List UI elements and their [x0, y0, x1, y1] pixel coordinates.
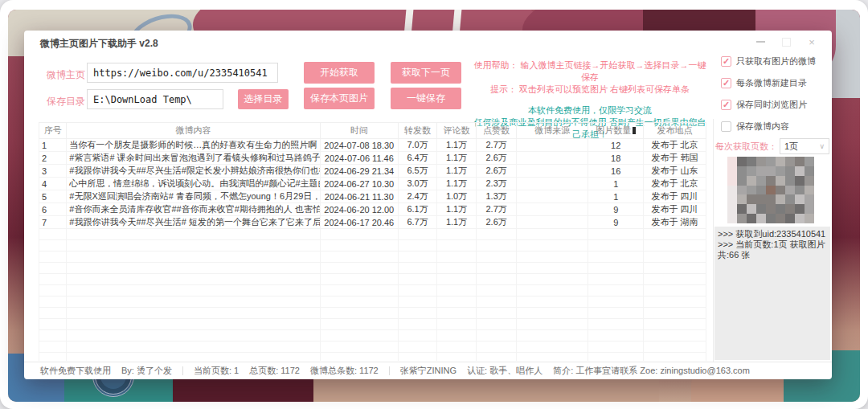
table-cell-empty — [588, 240, 644, 252]
table-cell-empty — [517, 342, 588, 353]
maximize-icon[interactable] — [779, 35, 793, 48]
table-cell-empty — [517, 252, 588, 263]
table-cell-empty — [588, 229, 644, 240]
table-cell-empty — [67, 263, 320, 274]
weibo-table: 序号微博内容时间转发数评论数点赞数微博来源图片数量发布地点 1当你有一个朋友是摄… — [39, 122, 706, 361]
checkbox-option-1[interactable]: 每条微博新建目录 — [721, 72, 830, 94]
table-cell-empty — [39, 353, 67, 362]
table-row[interactable]: 4心中所思，情意绵绵，诉说顷刻心动。由我演唱的#颜心记#主题曲/插曲《…2024… — [39, 178, 706, 190]
column-header-5[interactable]: 点赞数 — [476, 123, 517, 139]
table-row[interactable]: 6#音你而来全员清库存收官##音你而来收官#期待拥抱的人 也害怕分离 所…202… — [39, 203, 706, 216]
table-cell: 1.3万 — [476, 190, 517, 203]
table-cell: 2024-06-27 10.30 — [320, 178, 398, 190]
table-cell: 2.7万 — [476, 203, 517, 216]
close-icon[interactable]: × — [805, 35, 819, 48]
thumbnail-pixel — [756, 214, 766, 223]
table-cell-empty — [398, 297, 437, 308]
statusbar-separator — [182, 366, 183, 375]
thumbnail-pixel — [766, 214, 776, 223]
weibo-home-input[interactable] — [87, 63, 278, 83]
table-cell-empty — [320, 229, 398, 240]
column-header-8[interactable]: 发布地点 — [644, 123, 706, 139]
table-cell-empty — [517, 285, 588, 297]
table-row[interactable]: 5#无限X巡回演唱会济南站# 青春同频，不燃怎young！6月29日，来济南跟…… — [39, 190, 706, 203]
table-row[interactable]: 1当你有一个朋友是摄影师的时候…真的好喜欢有生命力的照片啊！#夏日青…2024-… — [39, 139, 706, 152]
column-header-0[interactable]: 序号 — [39, 123, 67, 139]
minimize-icon[interactable] — [753, 35, 768, 48]
checkbox-unchecked-icon[interactable] — [721, 121, 731, 132]
table-cell-empty — [67, 342, 320, 353]
table-cell: 1.1万 — [437, 216, 477, 229]
column-header-2[interactable]: 时间 — [320, 123, 398, 139]
table-cell: #无限X巡回演唱会济南站# 青春同频，不燃怎young！6月29日，来济南跟… — [67, 190, 320, 203]
fetch-next-page-button[interactable]: 获取下一页 — [391, 62, 461, 84]
column-header-3[interactable]: 转发数 — [398, 123, 437, 139]
thumbnail-pixel — [776, 204, 785, 214]
thumbnail-pixel — [737, 186, 747, 195]
log-line: >>> 当前页数:1页 获取图片共:66 张 — [718, 239, 827, 260]
table-row[interactable]: 7#我跟你讲我今天##尽兴生活# 短发的第一个舞台它来了它来了后脖很凉快…202… — [39, 216, 706, 229]
thumbnail-pixel — [805, 157, 814, 166]
table-cell-empty — [588, 252, 644, 263]
table-cell-empty — [644, 319, 706, 330]
thumbnail-pixel — [737, 176, 747, 186]
thumbnail-pixel — [737, 194, 747, 204]
table-row[interactable]: 3#我跟你讲我今天##尽兴生活#限定长发小辫姑娘济南很热你们也很热情！…2024… — [39, 165, 706, 178]
table-cell-empty — [644, 297, 706, 308]
table-cell-empty — [437, 308, 477, 319]
table-cell-empty — [644, 308, 706, 319]
table-row-empty — [39, 319, 706, 330]
column-header-7[interactable]: 图片数量 — [588, 123, 644, 139]
thumbnail-pixel — [795, 157, 805, 166]
one-key-save-button[interactable]: 一键保存 — [391, 88, 461, 109]
thumbnail-pixel — [785, 204, 795, 214]
table-cell-empty — [39, 319, 67, 330]
table-cell-empty — [588, 342, 644, 353]
column-header-6[interactable]: 微博来源 — [517, 123, 588, 139]
save-dir-input[interactable] — [87, 89, 223, 109]
table-cell: 1.1万 — [437, 139, 477, 152]
save-page-images-button[interactable]: 保存本页图片 — [304, 88, 375, 109]
table-cell: 9 — [588, 203, 644, 216]
checkbox-checked-icon[interactable] — [721, 100, 731, 110]
thumbnail-pixel — [795, 176, 805, 186]
table-cell-empty — [320, 342, 398, 353]
checkbox-option-2[interactable]: 保存同时浏览图片 — [721, 94, 830, 116]
table-cell: 2024-06-29 21.34 — [320, 165, 398, 178]
table-row[interactable]: 2#紫言紫语# 课余时间出来冒泡泡遇到了看镜头修狗和过马路鸽子幸运的是…2024… — [39, 152, 706, 165]
table-cell-empty — [517, 353, 588, 362]
choose-dir-button[interactable]: 选择目录 — [238, 89, 289, 109]
table-cell-empty — [644, 285, 706, 297]
table-cell: 2024-06-17 20.46 — [320, 216, 398, 229]
table-cell-empty — [588, 274, 644, 285]
thumbnail-pixel — [805, 166, 814, 176]
thumbnail-pixel — [747, 176, 756, 186]
table-cell: 6.1万 — [398, 203, 437, 216]
statusbar-separator — [389, 366, 390, 375]
table-cell-empty — [476, 319, 517, 330]
table-cell: 2.3万 — [476, 178, 517, 190]
column-header-4[interactable]: 评论数 — [437, 123, 477, 139]
table-cell: 1 — [588, 178, 644, 190]
pages-per-fetch-value: 1页 — [784, 141, 798, 153]
table-cell-empty — [476, 308, 517, 319]
thumbnail-pixel — [785, 176, 795, 186]
column-header-1[interactable]: 微博内容 — [67, 123, 320, 139]
thumbnail-pixel — [766, 157, 776, 166]
thumbnail-pixel — [805, 194, 814, 204]
start-fetch-button[interactable]: 开始获取 — [304, 62, 375, 84]
table-cell-empty — [476, 330, 517, 342]
thumbnail-pixel — [756, 194, 766, 204]
table-cell: 1.1万 — [437, 178, 477, 190]
checkbox-option-0[interactable]: 只获取有图片的微博 — [721, 51, 830, 72]
table-cell: #我跟你讲我今天##尽兴生活# 短发的第一个舞台它来了它来了后脖很凉快… — [67, 216, 320, 229]
checkbox-option-3[interactable]: 保存微博内容 — [721, 116, 830, 137]
pages-per-fetch-select[interactable]: 1页 ∨ — [780, 138, 829, 154]
statusbar-item: 张紫宁ZINING — [400, 365, 457, 377]
table-cell-empty — [67, 229, 320, 240]
checkbox-checked-icon[interactable] — [721, 56, 731, 67]
table-cell-empty — [644, 252, 706, 263]
checkbox-checked-icon[interactable] — [721, 78, 731, 88]
preview-thumbnail[interactable] — [727, 157, 814, 223]
table-cell: 6.4万 — [398, 152, 437, 165]
